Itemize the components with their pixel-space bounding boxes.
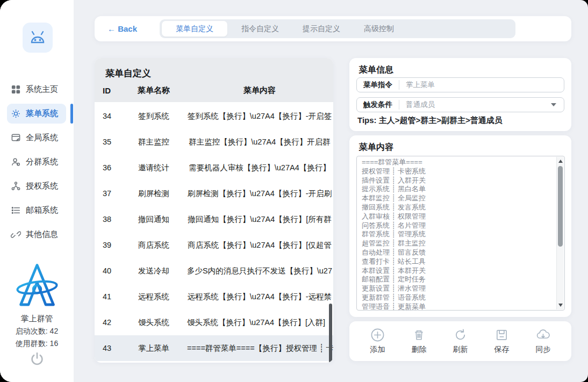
table-body: 34 签到系统 签到系统【换行】\u27A4【换行】-开启签 35 群主监控 群… <box>95 102 333 361</box>
table-row[interactable]: 35 群主监控 群主监控【换行】\u27A4【换行】开启群 <box>95 129 333 155</box>
cell-id: 34 <box>95 112 121 120</box>
menu-line: 授权管理 ┊ 卡密系统 <box>362 167 555 176</box>
cell-name: 远程系统 <box>121 292 186 302</box>
scroll-down-icon[interactable] <box>558 304 563 307</box>
menu-content-title: 菜单内容 <box>349 135 571 153</box>
brand-a-logo <box>16 262 59 308</box>
link-icon <box>11 229 21 240</box>
power-button[interactable] <box>0 351 74 366</box>
grid-icon <box>11 84 21 95</box>
menu-command-input[interactable]: 掌上菜单 <box>399 80 564 90</box>
list-icon <box>11 205 21 215</box>
tab-menu-custom[interactable]: 菜单自定义 <box>162 21 227 37</box>
add-button[interactable]: 添加 <box>370 328 385 355</box>
sidebar-item-other-info[interactable]: 其他信息 <box>0 222 74 247</box>
table-row[interactable]: 37 刷屏检测 刷屏检测【换行】\u27A4【换行】-开启刷 <box>95 181 333 206</box>
cell-content: 多少S内的消息只执行不发送【换行】\u27 <box>186 266 333 276</box>
sidebar-item-authorization[interactable]: 授权系统 <box>0 174 74 198</box>
cell-name: 馒头系统 <box>121 318 186 328</box>
app-logo <box>23 23 53 53</box>
add-icon <box>370 328 385 342</box>
sidebar-item-mailbox[interactable]: 邮箱系统 <box>0 198 74 222</box>
textarea-scrollbar[interactable] <box>556 157 564 309</box>
cell-name: 发送冷却 <box>121 266 186 276</box>
android-icon <box>28 30 47 46</box>
chevron-down-icon[interactable] <box>551 103 556 106</box>
tab-advanced-control[interactable]: 高级控制 <box>352 19 406 38</box>
sidebar: 系统主页 菜单系统 全局系统 <box>0 0 74 382</box>
sidebar-item-group-split[interactable]: 分群系统 <box>0 150 74 174</box>
group-count: 使用群数: 16 <box>0 339 74 349</box>
scrollbar-thumb[interactable] <box>558 166 563 247</box>
table-scrollbar-thumb[interactable] <box>329 304 332 363</box>
scroll-up-icon[interactable] <box>558 160 563 163</box>
col-header-content: 菜单内容 <box>186 85 333 96</box>
table-row[interactable]: 39 商店系统 商店系统【换行】\u27A4【换行】[仅超管 <box>95 232 333 258</box>
delete-button[interactable]: 删除 <box>412 328 427 355</box>
sync-button[interactable]: 同步 <box>536 328 551 355</box>
add-label: 添加 <box>370 345 385 355</box>
sidebar-item-menu-system[interactable]: 菜单系统 <box>0 102 74 126</box>
refresh-icon <box>453 328 468 342</box>
table-row-selected[interactable]: 43 掌上菜单 ====群管菜单====【换行】授权管理 ┊ 卡 <box>95 335 333 361</box>
cell-content: 签到系统【换行】\u27A4【换行】-开启签 <box>186 111 333 121</box>
cell-content: 群主监控【换行】\u27A4【换行】开启群 <box>186 137 333 147</box>
table-row[interactable]: 41 远程系统 远程系统【换行】\u27A4【换行】-远程禁 <box>95 284 333 309</box>
back-button[interactable]: ← Back <box>107 24 137 33</box>
menu-table-card: 菜单自定义 ID 菜单名称 菜单内容 34 签到系统 签到系统【换行】\u27A… <box>95 58 333 363</box>
tab-command-custom[interactable]: 指令自定义 <box>230 19 291 38</box>
menu-line: 管理语音 ┊ 更新菜单 <box>362 302 555 310</box>
menu-content-textarea[interactable]: ====群管菜单==== 授权管理 ┊ 卡密系统 插件设置 ┊ 入群开关 提示系… <box>356 156 565 311</box>
menu-info-title: 菜单信息 <box>349 58 571 76</box>
launch-count: 启动次数: 42 <box>0 327 74 336</box>
cell-content: 刷屏检测【换行】\u27A4【换行】-开启刷 <box>186 189 333 199</box>
window-edit-icon <box>11 133 21 143</box>
share-network-icon <box>11 181 21 191</box>
menu-line: 更新设置 ┊ 潜水管理 <box>362 284 555 293</box>
menu-line: 更新群管 ┊ 语音系统 <box>362 293 555 302</box>
tab-bar: 菜单自定义 指令自定义 提示自定义 高级控制 <box>160 19 515 38</box>
user-group-icon <box>11 157 21 167</box>
sync-icon <box>536 328 550 342</box>
cell-content: 馒头系统【换行】\u27A4【换行】[入群]【 <box>186 318 333 328</box>
sidebar-item-global-system[interactable]: 全局系统 <box>0 126 74 150</box>
menu-command-field[interactable]: 菜单指令 掌上菜单 <box>356 77 564 92</box>
tips-text: Tips: 主人>超管>群主>副群主>普通成员 <box>357 116 503 126</box>
table-row[interactable]: 40 发送冷却 多少S内的消息只执行不发送【换行】\u27 <box>95 258 333 284</box>
menu-line: 超管监控 ┊ 群主监控 <box>362 239 555 248</box>
menu-line: 撤回系统 ┊ 发言系统 <box>362 203 555 212</box>
sidebar-item-label: 授权系统 <box>26 181 58 191</box>
menu-line: 自动处理 ┊ 留言反馈 <box>362 248 555 257</box>
save-button[interactable]: 保存 <box>494 328 510 355</box>
trigger-condition-field[interactable]: 触发条件 普通成员 <box>356 97 564 112</box>
tab-hint-custom[interactable]: 提示自定义 <box>291 19 352 38</box>
menu-line: 入群审核 ┊ 权限管理 <box>362 212 555 221</box>
sidebar-item-label: 邮箱系统 <box>26 205 58 215</box>
cell-content: 远程系统【换行】\u27A4【换行】-远程禁 <box>186 292 333 302</box>
cell-id: 38 <box>95 215 121 224</box>
table-header: 菜单自定义 ID 菜单名称 菜单内容 <box>95 58 333 102</box>
table-row[interactable]: 38 撤回通知 撤回通知【换行】\u27A4【换行】[所有群 <box>95 206 333 232</box>
power-icon <box>30 351 45 366</box>
sidebar-item-home[interactable]: 系统主页 <box>0 77 74 102</box>
menu-line: 查看打卡 ┊ 站长工具 <box>362 257 555 266</box>
action-toolbar: 添加 删除 刷新 保存 <box>349 321 571 361</box>
table-row[interactable]: 42 馒头系统 馒头系统【换行】\u27A4【换行】[入群]【 <box>95 309 333 335</box>
cell-name: 签到系统 <box>121 111 186 121</box>
cell-id: 36 <box>95 163 121 172</box>
sidebar-item-label: 其他信息 <box>26 229 58 240</box>
sidebar-item-label: 菜单系统 <box>26 109 58 119</box>
trigger-condition-select[interactable]: 普通成员 <box>399 100 551 110</box>
cell-id: 35 <box>95 138 121 146</box>
cell-name: 商店系统 <box>121 240 186 250</box>
sync-label: 同步 <box>536 345 551 355</box>
table-row[interactable]: 34 签到系统 签到系统【换行】\u27A4【换行】-开启签 <box>95 103 333 129</box>
save-label: 保存 <box>494 345 510 355</box>
table-row[interactable]: 36 邀请统计 需要机器人审核【换行】\u27A4【换行】 <box>95 155 333 181</box>
refresh-button[interactable]: 刷新 <box>453 328 468 355</box>
menu-line: ====群管菜单==== <box>362 158 555 167</box>
sidebar-item-label: 分群系统 <box>26 157 58 167</box>
gear-icon <box>11 109 21 119</box>
menu-line: 插件设置 ┊ 入群开关 <box>362 176 555 185</box>
delete-icon <box>412 328 426 342</box>
